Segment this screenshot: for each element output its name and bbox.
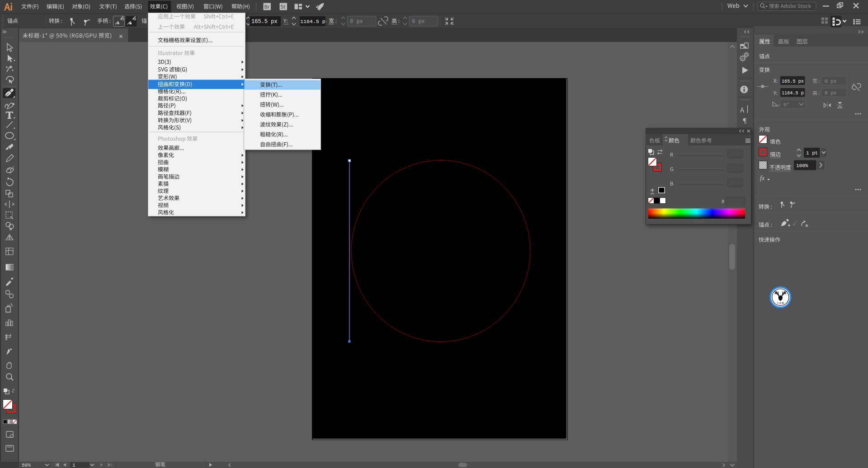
svg-text:1 pt: 1 pt	[806, 150, 818, 156]
svg-text:0 px: 0 px	[825, 79, 837, 84]
svg-text:1164.5 p: 1164.5 p	[782, 91, 804, 96]
svg-text:165.5 px: 165.5 px	[251, 19, 278, 25]
svg-text:50%: 50%	[22, 463, 31, 468]
svg-text:1: 1	[72, 463, 75, 468]
svg-text:165.5 px: 165.5 px	[782, 79, 804, 84]
svg-text:0°: 0°	[783, 102, 789, 108]
svg-text:0 px: 0 px	[412, 19, 425, 25]
svg-text:100%: 100%	[796, 163, 808, 168]
svg-text:1164.5 p: 1164.5 p	[300, 19, 326, 24]
svg-text:0 px: 0 px	[825, 90, 837, 96]
svg-text:fx: fx	[760, 175, 765, 182]
svg-text:0 px: 0 px	[350, 19, 363, 25]
